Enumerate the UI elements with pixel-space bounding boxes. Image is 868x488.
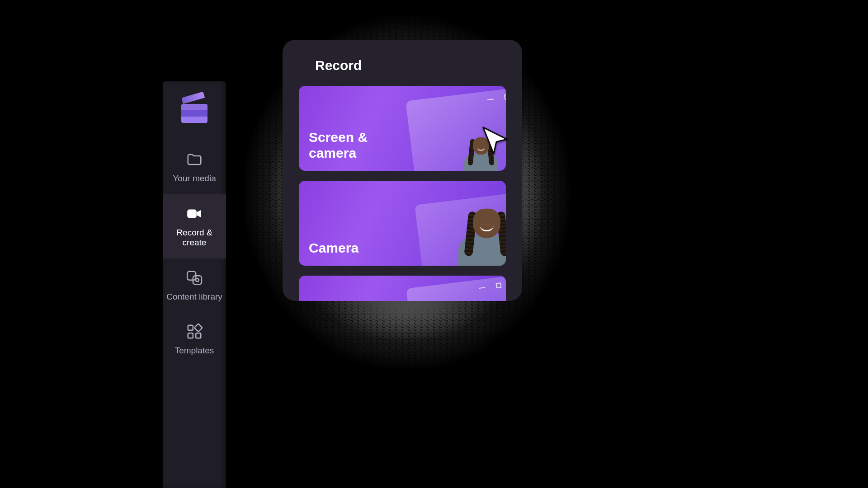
- video-camera-icon: [186, 205, 203, 222]
- sidebar-item-label: Content library: [166, 292, 222, 302]
- record-option-more[interactable]: [299, 276, 506, 301]
- panel-title: Record: [315, 58, 506, 73]
- clapperboard-icon: [181, 98, 208, 124]
- sidebar: Your media Record & create Content libra…: [163, 81, 226, 488]
- record-option-screen-and-camera[interactable]: Screen & camera: [299, 86, 506, 171]
- svg-rect-4: [188, 325, 193, 330]
- sidebar-item-record-create[interactable]: Record & create: [163, 194, 226, 258]
- svg-rect-7: [194, 324, 203, 332]
- templates-icon: [186, 323, 203, 340]
- folder-icon: [186, 151, 203, 168]
- sidebar-item-content-library[interactable]: Content library: [163, 258, 226, 313]
- svg-rect-0: [187, 209, 197, 218]
- sidebar-item-label: Record & create: [165, 228, 223, 248]
- record-option-label: Screen & camera: [309, 130, 390, 161]
- sidebar-item-templates[interactable]: Templates: [163, 312, 226, 366]
- sidebar-item-label: Your media: [173, 174, 216, 183]
- record-option-camera[interactable]: Camera: [299, 181, 506, 266]
- record-panel: Record Screen & camera Camera: [283, 40, 522, 301]
- person-avatar: [473, 137, 489, 171]
- svg-rect-5: [188, 333, 193, 338]
- sidebar-item-your-media[interactable]: Your media: [163, 140, 226, 194]
- svg-point-3: [196, 278, 199, 282]
- window-thumbnail-icon: [406, 276, 506, 301]
- record-option-label: Camera: [309, 240, 359, 256]
- sidebar-item-label: Templates: [175, 346, 214, 356]
- library-icon: [186, 269, 203, 286]
- app-logo[interactable]: [163, 81, 226, 140]
- person-avatar: [473, 209, 500, 266]
- svg-rect-6: [196, 333, 201, 338]
